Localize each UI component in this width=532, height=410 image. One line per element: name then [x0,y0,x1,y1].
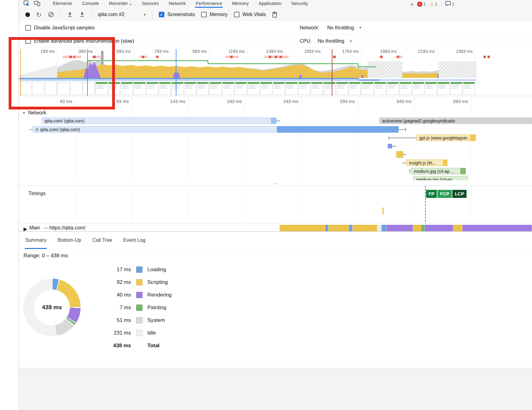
request-whisker [403,154,406,155]
disclosure-right-icon[interactable]: ▶ [23,226,27,232]
filmstrip-thumbnail[interactable] [323,82,336,95]
filmstrip-thumbnail[interactable] [437,82,450,95]
filmstrip-thumbnail[interactable] [311,82,323,95]
thumbnail-header [197,82,209,84]
ruler-label: 393 ms [453,99,468,104]
filmstrip-thumbnail[interactable] [184,82,196,95]
disable-js-samples-checkbox[interactable] [25,25,31,31]
flame-segment[interactable] [462,225,532,231]
bottom-tab-bottom-up[interactable]: Bottom-Up [57,232,82,249]
flame-segment[interactable] [377,225,382,231]
timing-badge-fcp: FCP [437,190,452,198]
network-request-bar[interactable] [388,144,391,148]
inspect-element-icon[interactable] [23,0,30,8]
reload-and-record-button[interactable]: ↻ [36,11,42,18]
save-profile-button[interactable] [79,11,85,18]
filmstrip-thumbnail[interactable] [171,82,184,95]
tab-recorder[interactable]: Recorder▲ [108,0,133,8]
thumbnail-header [184,82,196,84]
tab-sources[interactable]: Sources [141,0,159,8]
tab-application[interactable]: Application [258,0,282,8]
main-flame-chart[interactable] [280,225,532,231]
filmstrip-thumbnail[interactable] [425,82,437,95]
flame-segment[interactable] [328,225,349,231]
filmstrip-thumbnail[interactable] [260,82,272,95]
network-request-bar[interactable]: qiita.com/ (qiita.com) [42,117,277,124]
legend-label: Scripting [147,279,168,285]
filmstrip-thumbnail[interactable] [197,82,209,95]
filmstrip-thumbnail[interactable] [247,82,260,95]
network-request-bar[interactable]: ⚙qiita.com/ (qiita.com) [32,126,277,133]
network-request-bar[interactable]: medium.jpg (s3-ap… [411,168,466,174]
filmstrip-thumbnail[interactable] [387,82,399,95]
tab-memory[interactable]: Memory [231,0,249,8]
issues-badge[interactable]: 2 [445,1,454,7]
filmstrip-thumbnail[interactable] [285,82,298,95]
network-request-bar[interactable]: insight.js (frt… [406,160,447,166]
filmstrip-thumbnail[interactable] [450,82,462,95]
network-throttling-select[interactable]: Network: No throttling ▼ [300,25,362,31]
bottom-tab-summary[interactable]: Summary [25,232,47,249]
filmstrip-thumbnail[interactable] [463,82,475,95]
flame-segment[interactable] [349,225,353,231]
tab-security[interactable]: Security [291,0,309,8]
flame-segment[interactable] [413,225,421,231]
network-request-row: ⚙qiita.com/ (qiita.com) [19,126,532,133]
filmstrip-thumbnail[interactable] [133,82,146,95]
load-profile-button[interactable] [67,11,73,18]
cpu-throttling-select[interactable]: CPU: No throttling ▼ [300,38,352,44]
filmstrip-thumbnail[interactable] [412,82,424,95]
network-request-bar[interactable] [277,126,399,133]
tab-elements[interactable]: Elements [52,0,73,8]
network-request-bar[interactable]: activeview (pagead2.googlesyndicatio [379,117,532,124]
flame-segment[interactable] [353,225,377,231]
network-request-bar[interactable]: gpt.js (www.googletagser… [416,135,476,141]
network-request-bar[interactable]: medium.jpg (s3-ap [413,176,468,180]
network-request-row: insight.js (frt… [19,160,532,166]
memory-checkbox[interactable]: Memory [201,12,228,17]
tab-console[interactable]: Console [82,0,100,8]
bottom-tab-event-log[interactable]: Event Log [123,232,146,249]
filmstrip-thumbnail[interactable] [336,82,348,95]
web-vitals-checkbox[interactable]: Web Vitals [234,12,266,17]
filmstrip-thumbnail[interactable] [159,82,171,95]
flame-segment[interactable] [280,225,325,231]
filmstrip-thumbnail[interactable] [146,82,158,95]
device-toolbar-icon[interactable] [34,1,40,7]
flame-segment[interactable] [453,225,462,231]
selection-marker-line [176,49,176,96]
tab-network[interactable]: Network [168,0,186,8]
garbage-collect-button[interactable] [272,11,277,18]
network-request-bar[interactable] [396,151,403,158]
clear-button[interactable] [48,11,54,18]
screenshots-checkbox[interactable]: ✓ Screenshots [159,12,195,17]
filmstrip-thumbnail[interactable] [361,82,374,95]
network-track-header[interactable]: ▼ Network [22,110,46,116]
main-thread-track[interactable]: ▶ Main — https://qiita.com/ [19,223,532,232]
thumbnail-header [260,82,272,84]
filmstrip-thumbnail[interactable] [349,82,361,95]
flame-segment[interactable] [382,225,386,231]
filmstrip-thumbnail[interactable] [298,82,310,95]
record-button[interactable] [25,12,30,17]
profile-select[interactable]: qiita.com #2 ▼ [98,12,146,17]
tab-performance[interactable]: Performance [195,0,223,8]
network-track[interactable]: ▼ Network qiita.com/ (qiita.com) activev… [19,108,532,180]
bottom-tab-call-tree[interactable]: Call Tree [92,232,113,249]
filmstrip-thumbnail[interactable] [399,82,412,95]
flame-segment[interactable] [421,225,425,231]
filmstrip-thumbnail[interactable] [235,82,247,95]
flame-segment[interactable] [325,225,328,231]
filmstrip-thumbnail[interactable] [222,82,234,95]
thumbnail-header [374,82,386,84]
console-warning-badge[interactable]: ⚠ 1 [429,1,437,7]
flame-segment[interactable] [425,225,453,231]
more-tabs-icon[interactable]: » [410,1,413,7]
network-overflow-indicator[interactable]: … [19,180,532,186]
filmstrip-thumbnail[interactable] [121,82,133,95]
filmstrip-thumbnail[interactable] [273,82,285,95]
console-error-badge[interactable]: ✕ 1 [417,2,426,7]
filmstrip-thumbnail[interactable] [209,82,222,95]
filmstrip-thumbnail[interactable] [374,82,386,95]
flame-segment[interactable] [386,225,413,231]
